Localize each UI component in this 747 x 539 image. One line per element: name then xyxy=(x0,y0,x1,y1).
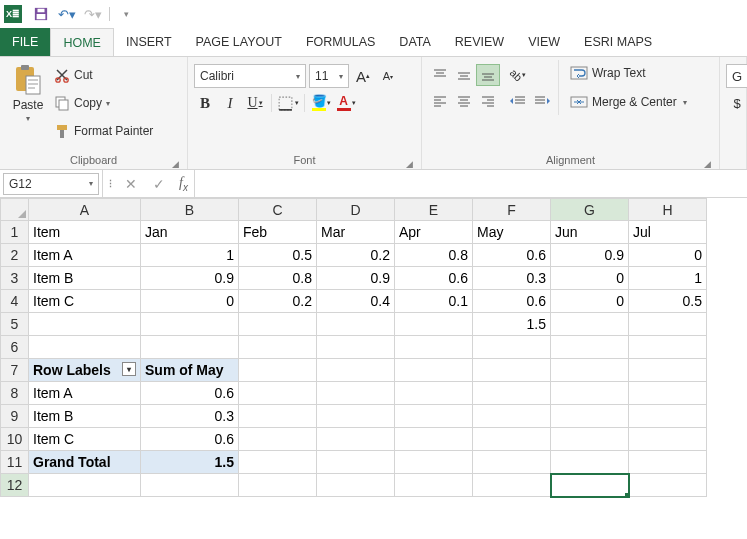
save-button[interactable] xyxy=(31,4,51,24)
col-header-A[interactable]: A xyxy=(29,199,141,221)
row-header[interactable]: 6 xyxy=(1,336,29,359)
tab-data[interactable]: DATA xyxy=(387,28,442,56)
cell[interactable] xyxy=(317,313,395,336)
cell[interactable]: 0.8 xyxy=(239,267,317,290)
enter-formula-button[interactable]: ✓ xyxy=(145,173,173,195)
cell[interactable] xyxy=(239,359,317,382)
cell[interactable]: 0 xyxy=(141,290,239,313)
cell[interactable]: 0.5 xyxy=(239,244,317,267)
cell[interactable]: May xyxy=(473,221,551,244)
cell[interactable]: 0.6 xyxy=(141,428,239,451)
cell[interactable] xyxy=(395,382,473,405)
cancel-formula-button[interactable]: ✕ xyxy=(117,173,145,195)
cell[interactable]: Item C xyxy=(29,428,141,451)
align-middle-button[interactable] xyxy=(452,64,476,86)
cell[interactable] xyxy=(395,336,473,359)
cell[interactable] xyxy=(473,474,551,497)
cell[interactable] xyxy=(629,451,707,474)
cell[interactable]: 0.2 xyxy=(239,290,317,313)
cell[interactable] xyxy=(473,405,551,428)
italic-button[interactable]: I xyxy=(219,92,241,114)
cell[interactable] xyxy=(239,313,317,336)
tab-view[interactable]: VIEW xyxy=(516,28,572,56)
merge-center-button[interactable]: Merge & Center ▾ xyxy=(567,89,690,115)
cut-button[interactable]: Cut xyxy=(54,64,153,86)
cell[interactable] xyxy=(395,428,473,451)
accounting-format-button[interactable]: $ xyxy=(726,92,747,114)
cell[interactable] xyxy=(473,428,551,451)
cell[interactable] xyxy=(395,313,473,336)
cell[interactable]: 0.3 xyxy=(141,405,239,428)
cell[interactable] xyxy=(239,474,317,497)
undo-button[interactable]: ↶▾ xyxy=(57,4,77,24)
pivot-grand-total-value[interactable]: 1.5 xyxy=(141,451,239,474)
cell[interactable] xyxy=(551,428,629,451)
cell[interactable] xyxy=(317,336,395,359)
col-header-C[interactable]: C xyxy=(239,199,317,221)
col-header-E[interactable]: E xyxy=(395,199,473,221)
qat-customize-button[interactable]: ▾ xyxy=(116,4,136,24)
cell[interactable] xyxy=(473,382,551,405)
cell[interactable]: Item A xyxy=(29,382,141,405)
cell[interactable] xyxy=(239,405,317,428)
orientation-button[interactable]: ab▾ xyxy=(506,64,530,86)
copy-dropdown-icon[interactable]: ▾ xyxy=(106,99,110,108)
cell[interactable] xyxy=(29,474,141,497)
format-painter-button[interactable]: Format Painter xyxy=(54,120,153,142)
cell[interactable] xyxy=(317,382,395,405)
clipboard-launcher-icon[interactable]: ◢ xyxy=(169,155,181,167)
cell[interactable] xyxy=(629,382,707,405)
decrease-indent-button[interactable] xyxy=(506,90,530,112)
tab-esri-maps[interactable]: ESRI MAPS xyxy=(572,28,664,56)
font-size-selector[interactable]: 11▾ xyxy=(309,64,349,88)
worksheet-grid[interactable]: A B C D E F G H 1 Item Jan Feb Mar Apr M… xyxy=(0,198,747,539)
align-right-button[interactable] xyxy=(476,90,500,112)
cell[interactable] xyxy=(473,336,551,359)
cell[interactable]: Item A xyxy=(29,244,141,267)
row-header[interactable]: 3 xyxy=(1,267,29,290)
cell[interactable]: 0.6 xyxy=(141,382,239,405)
cell[interactable] xyxy=(395,405,473,428)
cell[interactable] xyxy=(551,336,629,359)
col-header-B[interactable]: B xyxy=(141,199,239,221)
cell[interactable]: 0.9 xyxy=(551,244,629,267)
col-header-D[interactable]: D xyxy=(317,199,395,221)
cell[interactable] xyxy=(141,313,239,336)
pivot-grand-total-label[interactable]: Grand Total xyxy=(29,451,141,474)
cell[interactable] xyxy=(317,359,395,382)
cell[interactable]: Item xyxy=(29,221,141,244)
wrap-text-button[interactable]: Wrap Text xyxy=(567,60,690,86)
cell[interactable]: Item B xyxy=(29,405,141,428)
number-format-button[interactable]: G xyxy=(726,64,747,88)
pivot-row-labels-header[interactable]: Row Labels▾ xyxy=(29,359,141,382)
cell[interactable]: 0 xyxy=(629,244,707,267)
cell[interactable]: 0.5 xyxy=(629,290,707,313)
tab-home[interactable]: HOME xyxy=(50,28,114,56)
cell[interactable]: Jun xyxy=(551,221,629,244)
cell[interactable] xyxy=(629,359,707,382)
cell[interactable] xyxy=(551,451,629,474)
cell[interactable] xyxy=(317,405,395,428)
cell[interactable] xyxy=(551,359,629,382)
tab-insert[interactable]: INSERT xyxy=(114,28,184,56)
align-center-button[interactable] xyxy=(452,90,476,112)
bold-button[interactable]: B xyxy=(194,92,216,114)
cell[interactable]: 1 xyxy=(141,244,239,267)
cell[interactable]: 0.6 xyxy=(473,290,551,313)
selected-cell[interactable] xyxy=(551,474,629,497)
font-name-selector[interactable]: Calibri▾ xyxy=(194,64,306,88)
cell[interactable]: 0.9 xyxy=(317,267,395,290)
cell[interactable]: 0.6 xyxy=(473,244,551,267)
cell[interactable] xyxy=(29,313,141,336)
cell[interactable]: Mar xyxy=(317,221,395,244)
cell[interactable] xyxy=(551,382,629,405)
row-header[interactable]: 5 xyxy=(1,313,29,336)
row-header[interactable]: 1 xyxy=(1,221,29,244)
align-left-button[interactable] xyxy=(428,90,452,112)
cell[interactable]: 1.5 xyxy=(473,313,551,336)
row-header[interactable]: 12 xyxy=(1,474,29,497)
cell[interactable] xyxy=(395,451,473,474)
cell[interactable] xyxy=(317,451,395,474)
col-header-F[interactable]: F xyxy=(473,199,551,221)
fill-color-button[interactable]: 🪣▾ xyxy=(310,92,332,114)
